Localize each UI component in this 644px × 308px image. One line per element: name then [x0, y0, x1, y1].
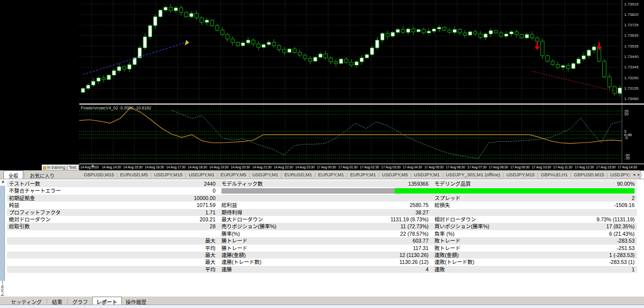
- price-axis[interactable]: 1.739151.738201.737251.736301.735351.734…: [622, 0, 644, 103]
- report-value-3: 90.00%: [565, 180, 635, 187]
- symbol-tab-0[interactable]: GBPUSD,M15: [82, 170, 116, 179]
- report-label-1: 不整合チャートエラー: [9, 187, 144, 194]
- general-tab-1[interactable]: お気に入り: [25, 171, 59, 179]
- price-axis-label: 1.73440: [624, 54, 639, 59]
- symbol-tab-2[interactable]: USDJPY,M15: [152, 170, 184, 179]
- report-value-2: 117.31: [352, 245, 429, 252]
- report-label-2: 連勝(金額): [221, 252, 351, 258]
- price-axis-label: 1.73345: [624, 65, 639, 69]
- symbol-tab-3[interactable]: USDJPY,M1: [187, 170, 216, 179]
- report-label-1: [9, 230, 144, 237]
- tester-tab-0[interactable]: セッティング: [7, 297, 46, 305]
- price-axis-label: 1.73915: [624, 2, 639, 6]
- report-label-3: 相対ドローダウン: [434, 216, 564, 223]
- symbol-tab-6[interactable]: EURUSD,M1: [282, 170, 314, 179]
- tester-tab-3[interactable]: レポート: [92, 297, 122, 305]
- time-axis-label: 17 Aug 07:30: [467, 165, 486, 169]
- report-value-2: 1131.19 (9.73%): [352, 216, 429, 223]
- report-label-1: 絶対ドローダウン: [9, 216, 144, 223]
- report-row-8: 最大勝トレード603.77敗トレード-283.53: [7, 237, 637, 244]
- report-row-0: テストバー数2440モデルティック数1359366モデリング品質90.00%: [7, 180, 637, 187]
- report-label-2: 連勝(トレード数): [221, 258, 351, 265]
- indicator-axis-label: -35: [624, 156, 630, 160]
- tab-separator: |: [410, 172, 411, 177]
- report-label-2: モデルティック数: [221, 180, 351, 187]
- time-axis-label: 17 Aug 00:30: [317, 165, 336, 169]
- tab-separator: |: [217, 172, 218, 177]
- modelling-progress-bar: [221, 188, 635, 194]
- report-label-3: 連敗(金額): [434, 252, 564, 258]
- report-row-3: 純益1071.59総利益2580.75総損失-1509.16: [7, 202, 637, 208]
- report-label-3: 負率 (%): [434, 230, 564, 237]
- report-label-2: 勝トレード: [221, 245, 351, 252]
- report-label-3: 敗トレード: [434, 237, 564, 244]
- symbol-tab-5[interactable]: USDJPY,M1: [251, 170, 280, 179]
- metatrader-tester-window: 1.739151.738201.737251.736301.735351.734…: [0, 0, 644, 308]
- report-label-3: 買いポジション(勝率%): [434, 223, 564, 230]
- symbol-tab-8[interactable]: EURJPY,M1: [348, 170, 378, 179]
- report-value-1: 1071.59: [146, 202, 215, 208]
- symbol-tab-1[interactable]: EURUSD,M5: [118, 170, 150, 179]
- tester-tab-1[interactable]: 結果: [48, 297, 66, 305]
- indicator-pane[interactable]: [79, 105, 622, 163]
- report-value-3: [565, 209, 635, 216]
- report-label-1: [9, 252, 144, 258]
- time-axis[interactable]: 14 Aug 202014 Aug 14:3014 Aug 15:3014 Au…: [79, 164, 644, 170]
- report-value-2: 1130.26 (12): [352, 258, 429, 265]
- time-axis-label: 14 Aug 16:30: [145, 165, 164, 169]
- tester-tab-2[interactable]: グラフ: [68, 297, 92, 305]
- symbol-tab-9[interactable]: USDJPY,M5: [380, 170, 410, 179]
- tab-scroll-right-icon[interactable]: ►: [637, 173, 642, 176]
- report-row-11: 最大連勝(トレード数)1130.26 (12)連敗(トレード数)-283.53 …: [7, 258, 637, 265]
- tab-separator: |: [570, 172, 571, 177]
- report-label-2: 総利益: [221, 202, 351, 208]
- report-label-3: 総損失: [434, 202, 564, 208]
- time-axis-label: 17 Aug 09:30: [510, 165, 530, 169]
- report-value-2: 2580.75: [352, 202, 429, 208]
- report-label-2: 勝トレード: [221, 237, 351, 244]
- symbol-tab-4[interactable]: EURJPY,M5: [218, 170, 248, 179]
- candlestick-chart: [79, 0, 622, 103]
- indicator-axis[interactable]: 353050.00-5-30-35: [622, 105, 644, 163]
- tab-separator: |: [151, 172, 152, 177]
- report-value-1: 10000.00: [146, 195, 215, 202]
- symbol-tab-13[interactable]: GBPAUD,H1: [539, 170, 570, 179]
- symbol-tab-12[interactable]: USDJPY,M15: [504, 170, 537, 179]
- tab-scroll-arrows: ◄►: [630, 173, 642, 176]
- report-value-1: 203.21: [146, 216, 215, 223]
- report-label-1: [9, 237, 144, 244]
- tab-separator: |: [378, 172, 379, 177]
- price-chart-pane[interactable]: [79, 0, 622, 103]
- report-value-3: 17 (82.35%): [565, 223, 635, 230]
- price-axis-label: 1.73630: [624, 33, 639, 38]
- tester-tab-4[interactable]: 操作履歴: [122, 297, 151, 305]
- price-axis-label: 1.73820: [624, 12, 639, 17]
- symbol-tab-7[interactable]: EURJPY,M1: [316, 170, 346, 179]
- report-value-2: 12 (1130.26): [352, 252, 429, 258]
- tab-separator: |: [46, 299, 47, 304]
- symbol-tab-10[interactable]: USDJPY,M1: [412, 170, 442, 179]
- report-label-1: プロフィットファクタ: [9, 209, 144, 216]
- report-value-2: 4: [352, 266, 429, 273]
- indicator-label: PowerArrowcV4_02 -0.0000 -10.8182: [81, 105, 151, 110]
- tab-separator: |: [346, 172, 347, 177]
- report-value-3: -1509.16: [565, 202, 635, 208]
- price-axis-label: 1.73155: [624, 86, 639, 91]
- tab-separator: |: [185, 172, 186, 177]
- report-label-3: 敗トレード: [434, 245, 564, 252]
- report-value-3: 1: [565, 266, 635, 273]
- symbol-tab-14[interactable]: GBPUSD,M15: [572, 170, 606, 179]
- symbol-tab-bar: ◄► GBPUSD,M15|EURUSD,M5|USDJPY,M15|USDJP…: [79, 170, 644, 179]
- report-label-1: テストバー数: [9, 180, 144, 187]
- general-tab-0[interactable]: 全般: [3, 170, 23, 179]
- tab-scroll-left-icon[interactable]: ◄: [632, 173, 637, 176]
- report-label-2: [221, 195, 351, 202]
- report-value-3: 9.73% (1131.19): [565, 216, 635, 223]
- navigator-peek-item[interactable]: in training | Test 1919: [42, 164, 79, 170]
- report-label-1: [9, 266, 144, 273]
- report-value-1: 0: [146, 187, 215, 194]
- price-axis-label: 1.73535: [624, 44, 639, 49]
- symbol-tab-11[interactable]: USDJPY_30S,M1 (offline): [444, 170, 502, 179]
- time-axis-label: 14 Aug 15:30: [123, 165, 143, 169]
- report-row-4: プロフィットファクタ1.71期待利得38.27: [7, 209, 637, 216]
